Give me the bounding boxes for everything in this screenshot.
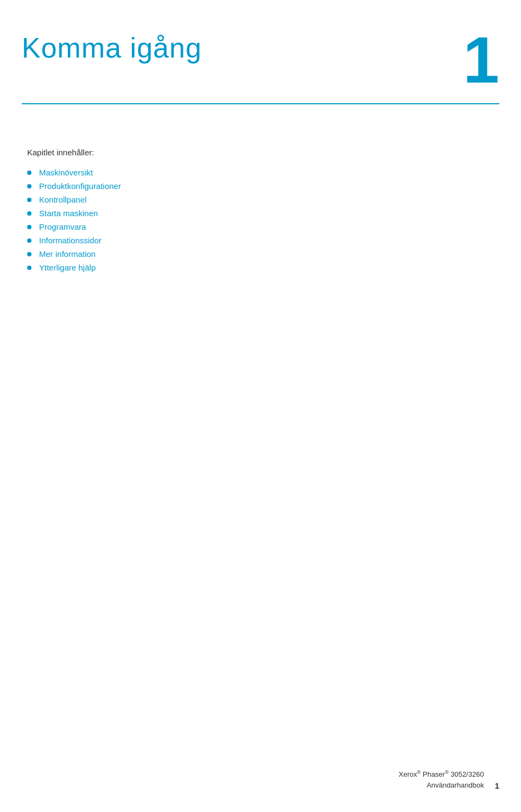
toc-item-label: Ytterligare hjälp <box>39 263 96 272</box>
toc-bullet <box>27 184 31 188</box>
toc-bullet <box>27 211 31 216</box>
footer-product-line1: Xerox® Phaser® 3052/3260 <box>399 769 484 780</box>
toc-bullet <box>27 225 31 229</box>
toc-item: Ytterligare hjälp <box>27 263 499 272</box>
toc-item: Maskinöversikt <box>27 168 499 177</box>
toc-item: Mer information <box>27 249 499 259</box>
toc-bullet <box>27 238 31 243</box>
content-section: Kapitlet innehåller: MaskinöversiktProdu… <box>22 148 499 272</box>
toc-item: Produktkonfigurationer <box>27 181 499 191</box>
section-intro: Kapitlet innehåller: <box>27 148 499 157</box>
footer-page-number: 1 <box>495 781 499 790</box>
toc-bullet <box>27 252 31 256</box>
toc-list: MaskinöversiktProduktkonfigurationerKont… <box>27 168 499 272</box>
toc-item-label: Produktkonfigurationer <box>39 181 121 191</box>
toc-item-label: Starta maskinen <box>39 209 98 218</box>
toc-item-label: Mer information <box>39 249 96 259</box>
toc-bullet <box>27 198 31 202</box>
toc-item-label: Maskinöversikt <box>39 168 93 177</box>
toc-item: Starta maskinen <box>27 209 499 218</box>
toc-item-label: Programvara <box>39 222 86 231</box>
footer-product-line2: Användarhandbok <box>399 780 484 791</box>
toc-item: Kontrollpanel <box>27 195 499 204</box>
toc-bullet <box>27 266 31 270</box>
chapter-header: Komma igång 1 <box>22 33 499 104</box>
footer-product-name: Xerox® Phaser® 3052/3260 <box>399 770 484 778</box>
toc-item: Programvara <box>27 222 499 231</box>
page-container: Komma igång 1 Kapitlet innehåller: Maski… <box>0 0 521 812</box>
toc-bullet <box>27 171 31 175</box>
footer: Xerox® Phaser® 3052/3260 Användarhandbok… <box>399 769 499 790</box>
chapter-number: 1 <box>463 27 499 92</box>
footer-product-info: Xerox® Phaser® 3052/3260 Användarhandbok <box>399 769 484 790</box>
chapter-title: Komma igång <box>22 33 202 64</box>
toc-item-label: Informationssidor <box>39 236 101 245</box>
toc-item: Informationssidor <box>27 236 499 245</box>
toc-item-label: Kontrollpanel <box>39 195 87 204</box>
